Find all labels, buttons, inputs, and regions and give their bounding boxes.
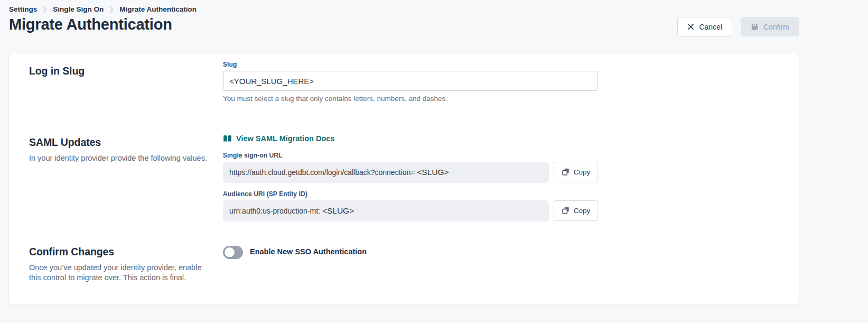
enable-sso-toggle[interactable] xyxy=(223,246,243,259)
docs-link-label: View SAML Migration Docs xyxy=(236,134,334,143)
chevron-right-icon xyxy=(109,6,114,13)
x-icon xyxy=(687,23,694,30)
page-header: Migrate Authentication Cancel Confirm xyxy=(0,13,868,36)
audience-uri-value: urn:auth0:us-production-mt: xyxy=(229,207,322,215)
view-saml-migration-docs-link[interactable]: View SAML Migration Docs xyxy=(223,134,334,143)
saml-updates-section: SAML Updates In your identity provider p… xyxy=(29,132,799,222)
saml-updates-heading: SAML Updates xyxy=(29,136,223,149)
migrate-authentication-page: Settings Single Sign On Migrate Authenti… xyxy=(0,0,868,323)
confirm-button[interactable]: Confirm xyxy=(741,17,799,36)
chevron-right-icon xyxy=(43,6,47,13)
breadcrumb-settings[interactable]: Settings xyxy=(9,5,37,13)
save-floppy-icon xyxy=(751,23,759,31)
slug-label: Slug xyxy=(223,61,598,68)
copy-audience-uri-button[interactable]: Copy xyxy=(554,200,598,221)
slug-input[interactable] xyxy=(223,71,598,91)
sso-url-slug-token: <SLUG> xyxy=(417,168,449,177)
toggle-knob xyxy=(225,247,235,257)
audience-uri-slug-token: <SLUG> xyxy=(322,206,354,216)
enable-sso-toggle-label: Enable New SSO Authentication xyxy=(250,247,367,256)
confirm-changes-heading: Confirm Changes xyxy=(29,246,223,258)
header-actions: Cancel Confirm xyxy=(677,17,799,36)
open-book-icon xyxy=(223,135,232,143)
sso-url-value: https://auth.cloud.getdbt.com/login/call… xyxy=(229,168,417,177)
saml-updates-description: In your identity provider provide the fo… xyxy=(29,153,223,164)
slug-help-text: You must select a slug that only contain… xyxy=(223,95,598,103)
cancel-button[interactable]: Cancel xyxy=(677,17,732,36)
sso-url-label: Single sign-on URL xyxy=(223,152,598,159)
breadcrumb-current: Migrate Authentication xyxy=(119,5,197,13)
breadcrumb: Settings Single Sign On Migrate Authenti… xyxy=(0,0,868,13)
confirm-changes-description: Once you’ve updated your identity provid… xyxy=(29,263,203,283)
confirm-button-label: Confirm xyxy=(763,23,789,31)
login-slug-heading: Log in Slug xyxy=(29,65,223,77)
audience-uri-field: urn:auth0:us-production-mt: <SLUG> xyxy=(223,200,549,222)
copy-icon xyxy=(562,168,570,176)
copy-sso-url-button[interactable]: Copy xyxy=(554,162,598,182)
page-title: Migrate Authentication xyxy=(9,16,172,33)
sso-url-field: https://auth.cloud.getdbt.com/login/call… xyxy=(223,162,549,183)
cancel-button-label: Cancel xyxy=(699,23,722,31)
copy-button-label: Copy xyxy=(574,168,591,176)
confirm-changes-section: Confirm Changes Once you’ve updated your… xyxy=(29,242,799,283)
breadcrumb-single-sign-on[interactable]: Single Sign On xyxy=(53,5,104,13)
audience-uri-label: Audience URI (SP Entity ID) xyxy=(223,190,598,198)
migrate-authentication-card: Log in Slug Slug You must select a slug … xyxy=(8,53,799,305)
copy-button-label: Copy xyxy=(574,207,591,215)
copy-icon xyxy=(562,206,570,215)
login-slug-section: Log in Slug Slug You must select a slug … xyxy=(29,61,799,103)
